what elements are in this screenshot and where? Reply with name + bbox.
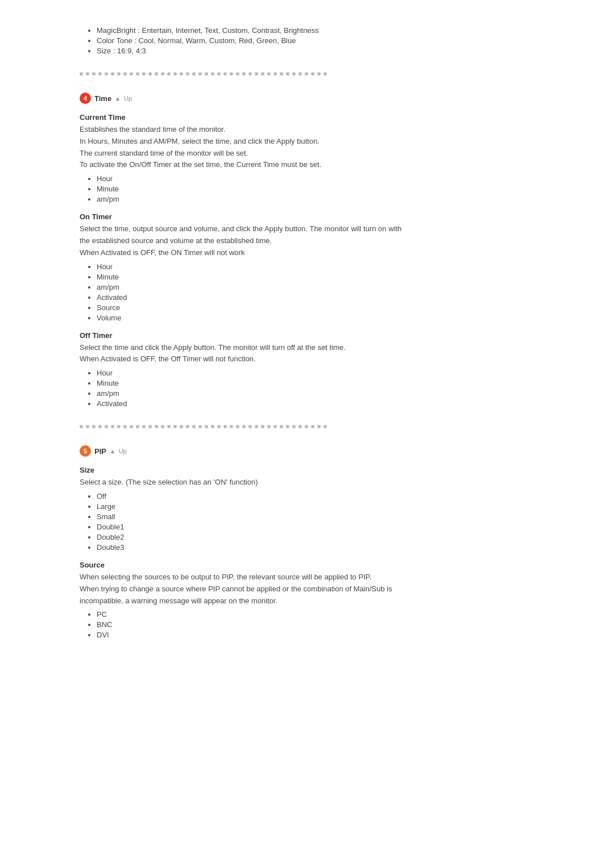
current-time-description: Establishes the standard time of the mon… (80, 124, 534, 171)
dot (80, 72, 83, 76)
list-item: Minute (97, 185, 534, 193)
dot (273, 425, 277, 428)
dot (111, 72, 114, 76)
list-item: am/pm (97, 389, 534, 398)
dot (236, 72, 239, 76)
dot (142, 425, 146, 428)
pip-size-section: Size Select a size. (The size selection … (80, 466, 534, 552)
dot (242, 72, 246, 76)
pip-source-list: PC BNC DVI (80, 610, 534, 639)
divider-middle (80, 425, 534, 428)
dot (136, 72, 139, 76)
dot (92, 425, 96, 428)
dot (105, 72, 108, 76)
divider-top (80, 72, 534, 76)
list-item: Size : 16:9, 4:3 (97, 47, 534, 55)
pip-size-list: Off Large Small Double1 Double2 Double3 (80, 492, 534, 552)
dot (211, 425, 214, 428)
dot (230, 72, 233, 76)
dot (267, 72, 271, 76)
dot (111, 425, 114, 428)
dot (317, 425, 321, 428)
list-item: Small (97, 512, 534, 521)
list-item: Large (97, 502, 534, 511)
dot (248, 425, 252, 428)
dot (117, 425, 121, 428)
divider-dots (80, 72, 327, 76)
dot (155, 425, 158, 428)
dot (230, 425, 233, 428)
dot (105, 425, 108, 428)
current-time-list: Hour Minute am/pm (80, 174, 534, 203)
list-item: Hour (97, 369, 534, 377)
dot (136, 425, 139, 428)
list-item: Hour (97, 262, 534, 271)
dot (286, 425, 289, 428)
dot (198, 72, 202, 76)
dot (192, 72, 196, 76)
list-item: Activated (97, 399, 534, 408)
list-item: am/pm (97, 195, 534, 203)
current-time-heading: Current Time (80, 113, 534, 122)
dot (280, 72, 283, 76)
dot (117, 72, 121, 76)
dot (311, 72, 314, 76)
dot (130, 72, 133, 76)
on-timer-description: Select the time, output source and volum… (80, 223, 534, 258)
list-item: Hour (97, 174, 534, 183)
dot (205, 72, 208, 76)
dot (173, 72, 177, 76)
pip-source-section: Source When selecting the sources to be … (80, 561, 534, 639)
dot (192, 425, 196, 428)
time-section-icon: 4 (80, 93, 91, 104)
list-item: Volume (97, 314, 534, 322)
dot (261, 425, 264, 428)
pip-up-arrow-icon: ▲ (110, 448, 115, 454)
list-item: Source (97, 303, 534, 312)
dot (223, 425, 227, 428)
dot (292, 425, 296, 428)
off-timer-list: Hour Minute am/pm Activated (80, 369, 534, 408)
current-time-section: Current Time Establishes the standard ti… (80, 113, 534, 203)
dot (205, 425, 208, 428)
on-timer-list: Hour Minute am/pm Activated Source Volum… (80, 262, 534, 322)
dot (161, 425, 164, 428)
dot (298, 425, 302, 428)
dot (173, 425, 177, 428)
off-timer-description: Select the time and click the Apply butt… (80, 342, 534, 366)
dot (211, 72, 214, 76)
dot (186, 72, 189, 76)
list-item: Minute (97, 379, 534, 387)
dot (305, 425, 308, 428)
dot (148, 425, 152, 428)
dot (123, 72, 127, 76)
pip-section-icon: 5 (80, 445, 91, 457)
dot (92, 72, 96, 76)
dot (148, 72, 152, 76)
dot (217, 425, 221, 428)
list-item: Off (97, 492, 534, 500)
time-up-arrow-icon: ▲ (115, 95, 121, 102)
list-item: Activated (97, 293, 534, 302)
dot (167, 72, 171, 76)
dot (305, 72, 308, 76)
dot (198, 425, 202, 428)
list-item: PC (97, 610, 534, 619)
dot (155, 72, 158, 76)
time-up-link[interactable]: Up (124, 95, 132, 102)
dot (280, 425, 283, 428)
on-timer-heading: On Timer (80, 212, 534, 221)
list-item: Minute (97, 273, 534, 281)
list-item: am/pm (97, 283, 534, 291)
dot (248, 72, 252, 76)
dot (255, 425, 258, 428)
dot (323, 72, 327, 76)
dot (186, 425, 189, 428)
pip-up-link[interactable]: Up (119, 448, 127, 454)
dot (98, 425, 102, 428)
dot (317, 72, 321, 76)
list-item: DVI (97, 631, 534, 639)
list-item: Color Tone : Cool, Normal, Warm, Custom,… (97, 36, 534, 45)
pip-size-heading: Size (80, 466, 534, 474)
dot (86, 72, 89, 76)
